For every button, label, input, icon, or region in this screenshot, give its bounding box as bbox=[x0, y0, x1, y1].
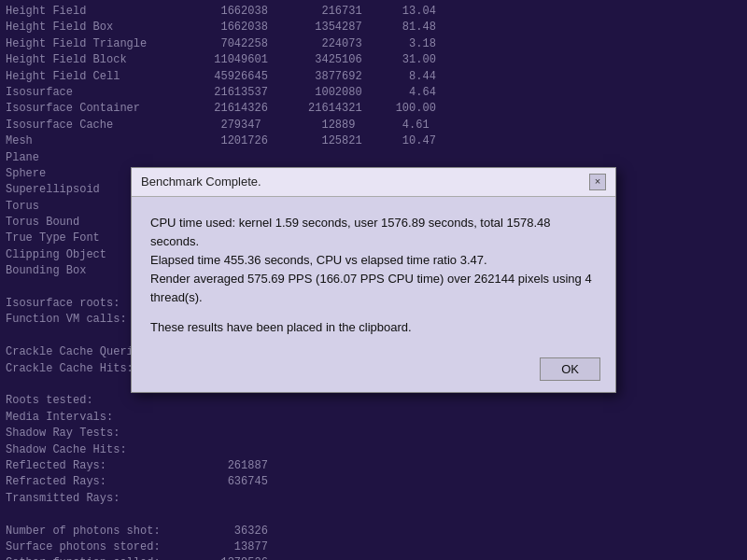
dialog-body: CPU time used: kernel 1.59 seconds, user… bbox=[132, 197, 615, 351]
dialog-overlay: Benchmark Complete. × CPU time used: ker… bbox=[0, 0, 747, 560]
dialog-titlebar: Benchmark Complete. × bbox=[132, 168, 615, 197]
dialog-title: Benchmark Complete. bbox=[141, 175, 261, 189]
dialog-text-line3b: thread(s). bbox=[150, 290, 203, 304]
benchmark-dialog: Benchmark Complete. × CPU time used: ker… bbox=[131, 167, 616, 394]
dialog-text-line2: Elapsed time 455.36 seconds, CPU vs elap… bbox=[150, 251, 597, 270]
ok-button[interactable]: OK bbox=[540, 357, 600, 381]
dialog-text-line1: CPU time used: kernel 1.59 seconds, user… bbox=[150, 214, 597, 251]
dialog-text-line3: Render averaged 575.69 PPS (166.07 PPS C… bbox=[150, 270, 597, 307]
dialog-text-line4: These results have been placed in the cl… bbox=[150, 318, 597, 337]
close-button[interactable]: × bbox=[589, 174, 606, 190]
dialog-text-line3a: Render averaged 575.69 PPS (166.07 PPS C… bbox=[150, 272, 592, 286]
dialog-footer: OK bbox=[132, 350, 615, 392]
